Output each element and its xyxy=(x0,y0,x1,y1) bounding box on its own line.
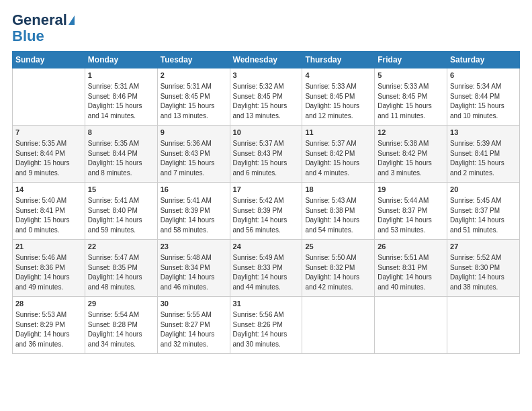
cell-line: Daylight: 14 hours xyxy=(305,216,371,226)
cell-line: Daylight: 14 hours xyxy=(378,216,444,226)
cell-line: Sunset: 8:46 PM xyxy=(88,92,154,102)
cell-line: Daylight: 14 hours xyxy=(450,273,517,283)
cell-line: Sunrise: 5:35 AM xyxy=(88,139,154,149)
cell-line: Sunset: 8:31 PM xyxy=(378,263,444,273)
cell-line: Sunrise: 5:32 AM xyxy=(233,82,300,92)
day-number: 5 xyxy=(378,71,444,81)
day-number: 14 xyxy=(15,185,82,195)
cell-line: Daylight: 15 hours xyxy=(161,101,227,111)
cell-line: Sunrise: 5:31 AM xyxy=(88,82,154,92)
cell-line: Sunrise: 5:36 AM xyxy=(161,139,227,149)
day-number: 22 xyxy=(88,242,154,253)
cell-line: Daylight: 14 hours xyxy=(233,330,300,340)
calendar-cell: 2Sunrise: 5:31 AMSunset: 8:45 PMDaylight… xyxy=(157,68,230,126)
header-sunday: Sunday xyxy=(13,52,85,68)
cell-line: Sunrise: 5:44 AM xyxy=(378,196,444,206)
cell-line: and 13 minutes. xyxy=(161,111,227,122)
cell-line: Sunset: 8:28 PM xyxy=(88,320,154,330)
cell-line: Sunset: 8:30 PM xyxy=(450,263,517,273)
calendar-cell: 25Sunrise: 5:50 AMSunset: 8:32 PMDayligh… xyxy=(302,240,375,297)
cell-line: and 14 minutes. xyxy=(88,111,154,122)
cell-line: Daylight: 15 hours xyxy=(233,158,300,169)
calendar-cell: 31Sunrise: 5:56 AMSunset: 8:26 PMDayligh… xyxy=(230,297,302,354)
cell-line: Sunrise: 5:49 AM xyxy=(233,253,300,263)
cell-line: Daylight: 14 hours xyxy=(161,216,227,226)
calendar-cell: 18Sunrise: 5:43 AMSunset: 8:38 PMDayligh… xyxy=(302,183,375,240)
cell-line: Daylight: 14 hours xyxy=(450,216,517,226)
cell-line: Daylight: 14 hours xyxy=(305,273,371,283)
cell-line: Sunrise: 5:56 AM xyxy=(233,310,300,320)
cell-line: and 44 minutes. xyxy=(233,283,300,293)
cell-line: Sunset: 8:41 PM xyxy=(450,149,517,159)
cell-line: Daylight: 14 hours xyxy=(233,216,300,226)
cell-line: and 10 minutes. xyxy=(450,111,517,122)
cell-line: Sunrise: 5:39 AM xyxy=(450,139,517,149)
calendar-cell: 17Sunrise: 5:42 AMSunset: 8:39 PMDayligh… xyxy=(230,183,302,240)
cell-line: and 58 minutes. xyxy=(161,226,227,236)
day-number: 28 xyxy=(15,299,82,310)
logo-text-general: General xyxy=(12,12,67,28)
cell-line: Sunset: 8:40 PM xyxy=(88,206,154,216)
logo: General Blue xyxy=(12,12,75,44)
header-friday: Friday xyxy=(375,52,447,68)
calendar-cell: 22Sunrise: 5:47 AMSunset: 8:35 PMDayligh… xyxy=(85,240,157,297)
cell-line: Daylight: 14 hours xyxy=(161,330,227,340)
header-saturday: Saturday xyxy=(447,52,520,68)
calendar-cell: 8Sunrise: 5:35 AMSunset: 8:44 PMDaylight… xyxy=(85,126,157,183)
day-number: 23 xyxy=(161,242,227,253)
week-row-0: 1Sunrise: 5:31 AMSunset: 8:46 PMDaylight… xyxy=(13,68,520,126)
calendar-cell: 23Sunrise: 5:48 AMSunset: 8:34 PMDayligh… xyxy=(157,240,230,297)
cell-line: and 53 minutes. xyxy=(378,226,444,236)
cell-line: Sunset: 8:36 PM xyxy=(15,263,82,273)
calendar-cell: 13Sunrise: 5:39 AMSunset: 8:41 PMDayligh… xyxy=(447,126,520,183)
day-number: 10 xyxy=(233,128,300,138)
calendar-cell: 24Sunrise: 5:49 AMSunset: 8:33 PMDayligh… xyxy=(230,240,302,297)
calendar-table: SundayMondayTuesdayWednesdayThursdayFrid… xyxy=(12,51,520,354)
cell-line: Sunrise: 5:38 AM xyxy=(378,139,444,149)
day-number: 20 xyxy=(450,185,517,195)
calendar-cell: 6Sunrise: 5:34 AMSunset: 8:44 PMDaylight… xyxy=(447,68,520,126)
cell-line: Sunset: 8:44 PM xyxy=(15,149,82,159)
day-number: 29 xyxy=(88,299,154,310)
cell-line: Sunrise: 5:37 AM xyxy=(233,139,300,149)
cell-line: Daylight: 15 hours xyxy=(305,101,371,111)
header: General Blue xyxy=(12,12,520,44)
cell-line: and 54 minutes. xyxy=(305,226,371,236)
cell-line: Daylight: 15 hours xyxy=(305,158,371,169)
cell-line: Sunrise: 5:45 AM xyxy=(450,196,517,206)
cell-line: and 8 minutes. xyxy=(88,169,154,179)
day-number: 3 xyxy=(233,71,300,81)
calendar-cell: 29Sunrise: 5:54 AMSunset: 8:28 PMDayligh… xyxy=(85,297,157,354)
header-monday: Monday xyxy=(85,52,157,68)
day-number: 15 xyxy=(88,185,154,195)
cell-line: and 11 minutes. xyxy=(378,111,444,122)
calendar-cell xyxy=(302,297,375,354)
week-row-1: 7Sunrise: 5:35 AMSunset: 8:44 PMDaylight… xyxy=(13,126,520,183)
cell-line: Sunset: 8:42 PM xyxy=(378,149,444,159)
cell-line: Daylight: 15 hours xyxy=(161,158,227,169)
calendar-cell xyxy=(447,297,520,354)
cell-line: Sunset: 8:34 PM xyxy=(161,263,227,273)
calendar-cell: 3Sunrise: 5:32 AMSunset: 8:45 PMDaylight… xyxy=(230,68,302,126)
cell-line: Sunset: 8:45 PM xyxy=(161,92,227,102)
cell-line: and 13 minutes. xyxy=(233,111,300,122)
cell-line: Sunset: 8:45 PM xyxy=(378,92,444,102)
cell-line: Daylight: 14 hours xyxy=(15,273,82,283)
header-thursday: Thursday xyxy=(302,52,375,68)
cell-line: Sunset: 8:38 PM xyxy=(305,206,371,216)
cell-line: Sunrise: 5:46 AM xyxy=(15,253,82,263)
logo-text-blue: Blue xyxy=(12,28,44,44)
calendar-cell xyxy=(13,68,85,126)
calendar-cell: 30Sunrise: 5:55 AMSunset: 8:27 PMDayligh… xyxy=(157,297,230,354)
header-wednesday: Wednesday xyxy=(230,52,302,68)
cell-line: and 32 minutes. xyxy=(161,340,227,350)
calendar-cell: 26Sunrise: 5:51 AMSunset: 8:31 PMDayligh… xyxy=(375,240,447,297)
cell-line: and 4 minutes. xyxy=(305,169,371,179)
cell-line: Daylight: 14 hours xyxy=(161,273,227,283)
cell-line: Sunrise: 5:33 AM xyxy=(378,82,444,92)
cell-line: Daylight: 14 hours xyxy=(378,273,444,283)
day-number: 27 xyxy=(450,242,517,253)
cell-line: Sunrise: 5:42 AM xyxy=(233,196,300,206)
cell-line: Daylight: 15 hours xyxy=(450,158,517,169)
cell-line: Sunset: 8:45 PM xyxy=(305,92,371,102)
